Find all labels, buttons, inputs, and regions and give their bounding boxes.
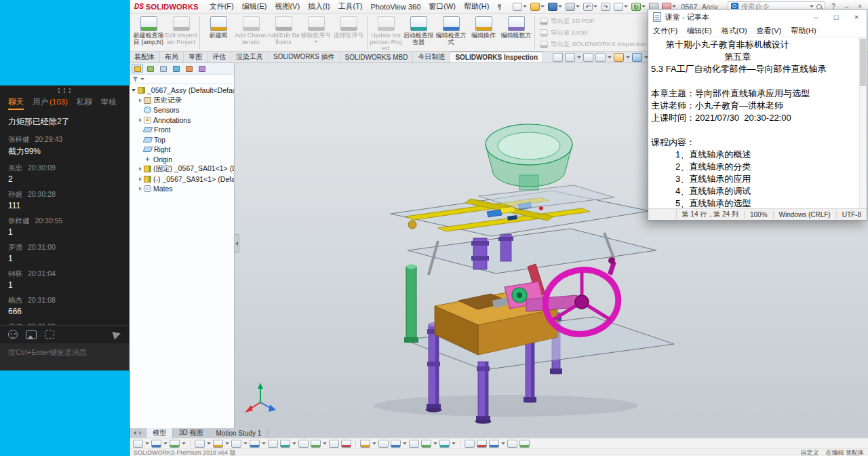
send-message-icon[interactable] — [112, 330, 121, 340]
tree-item-mates[interactable]: Mates — [130, 184, 234, 194]
linear-sketch-pattern-icon[interactable] — [421, 440, 431, 448]
point-icon[interactable] — [341, 440, 351, 448]
rapid-sketch-icon[interactable] — [507, 440, 517, 448]
display-style-icon[interactable] — [632, 53, 642, 62]
tree-item-sensors[interactable]: Sensors — [130, 105, 234, 115]
display-relations-icon[interactable] — [465, 440, 475, 448]
tab-sketch[interactable]: 草图 — [184, 52, 208, 62]
tab-3d-views[interactable]: 3D 视图 — [173, 428, 210, 438]
menu-insert[interactable]: 插入(I) — [304, 1, 334, 12]
tree-item-origin[interactable]: +Origin — [130, 155, 234, 165]
undo-icon[interactable]: ↶ — [583, 2, 598, 12]
zoom-area-icon[interactable] — [565, 53, 575, 62]
quick-snaps-icon[interactable] — [489, 440, 499, 448]
tab-evaluate[interactable]: 评估 — [208, 52, 231, 62]
tab-motion-study[interactable]: Motion Study 1 — [210, 428, 269, 438]
tree-item-subassembly-sa91[interactable]: (-) _0567_SA91<1> (Default<Defa — [130, 174, 234, 185]
tab-inspection[interactable]: SOLIDWORKS Inspection — [450, 52, 543, 62]
menu-file[interactable]: 文件(F) — [205, 1, 238, 12]
previous-view-icon[interactable] — [583, 53, 593, 62]
tab-model[interactable]: 模型 — [146, 428, 173, 438]
tab-addins[interactable]: SOLIDWORKS 插件 — [269, 52, 340, 62]
select-icon[interactable] — [613, 2, 629, 12]
convert-entities-icon[interactable] — [378, 440, 389, 448]
scroll-left-icon[interactable] — [134, 431, 136, 435]
repair-sketch-icon[interactable] — [477, 440, 487, 448]
save-icon[interactable] — [547, 2, 563, 12]
tree-item-top-plane[interactable]: Top — [130, 135, 234, 145]
move-entities-icon[interactable] — [439, 440, 450, 448]
tree-root-item[interactable]: _0567_Assy (Default<Default_Display — [130, 86, 234, 96]
menu-view[interactable]: 视图(V) — [271, 1, 304, 12]
inspection-manager-tab-icon[interactable] — [196, 64, 208, 73]
edit-template-button[interactable]: 编辑模数方 — [500, 15, 532, 39]
notepad-menu-view[interactable]: 查看(V) — [752, 26, 787, 36]
menu-help[interactable]: 帮助(H) — [460, 1, 493, 12]
tab-chat[interactable]: 聊天 — [8, 97, 24, 110]
arc-icon[interactable] — [250, 440, 260, 448]
tree-filter-bar[interactable] — [130, 75, 234, 84]
spline-icon[interactable] — [280, 440, 290, 448]
new-document-icon[interactable] — [512, 2, 528, 12]
open-icon[interactable] — [530, 2, 545, 12]
offset-entities-icon[interactable] — [391, 440, 401, 448]
circle-icon[interactable] — [231, 440, 241, 448]
notepad-title-bar[interactable]: 课堂 - 记事本 – □ × — [648, 10, 867, 24]
property-manager-tab-icon[interactable] — [144, 64, 156, 73]
tree-item-annotations[interactable]: AAnnotations — [130, 115, 234, 126]
instant2d-icon[interactable] — [519, 440, 530, 448]
chat-input-box[interactable]: 按Ctrl+Enter键发送消息 — [0, 343, 129, 370]
polygon-icon[interactable] — [268, 440, 278, 448]
line-icon[interactable] — [195, 440, 205, 448]
new-item-button[interactable]: 新建闻 — [202, 15, 235, 39]
rebuild-icon[interactable]: ↻ — [631, 2, 646, 12]
notepad-close-button[interactable]: × — [846, 10, 867, 24]
edit-operation-button[interactable]: 编辑操作 — [467, 15, 500, 39]
notepad-menu-help[interactable]: 帮助(H) — [786, 26, 821, 36]
search-dropdown-icon[interactable] — [810, 5, 814, 7]
notepad-minimize-button[interactable]: – — [806, 10, 826, 24]
notepad-text-area[interactable]: 第十期小丸子教育非标机械设计 第五章 5.3 FA工厂自动化零部件—导向部件直线… — [648, 37, 867, 208]
rectangle-icon[interactable] — [213, 440, 223, 448]
tab-assembly[interactable]: 装配体 — [130, 52, 160, 62]
sketch-icon[interactable] — [151, 440, 161, 448]
tab-layout[interactable]: 布局 — [160, 52, 184, 62]
redo-icon[interactable]: ↷ — [600, 2, 611, 12]
pin-toolbar-icon[interactable] — [496, 3, 502, 10]
scroll-right-icon[interactable] — [139, 431, 142, 435]
tree-item-front-plane[interactable]: Front — [130, 125, 234, 135]
drag-handle-icon[interactable] — [56, 88, 73, 93]
print-icon[interactable] — [565, 2, 580, 12]
tab-users[interactable]: 用户(103) — [33, 97, 68, 110]
edit-inspection-method-button[interactable]: 编辑检查方式 — [435, 15, 467, 45]
sketch-fillet-icon[interactable] — [311, 440, 321, 448]
ellipse-icon[interactable] — [298, 440, 309, 448]
tab-render-tools[interactable]: 渲染工具 — [231, 52, 269, 62]
view-orientation-icon[interactable] — [614, 53, 624, 62]
notepad-menu-edit[interactable]: 编辑(E) — [682, 26, 717, 36]
display-manager-tab-icon[interactable] — [183, 64, 195, 73]
new-inspection-project-button[interactable]: 新建检查项目 (amp;N) — [132, 15, 165, 45]
tree-item-history[interactable]: 历史记录 — [130, 96, 234, 106]
screenshot-icon[interactable] — [45, 330, 54, 339]
menu-photoview[interactable]: PhotoView 360 — [367, 3, 425, 11]
tree-item-right-plane[interactable]: Right — [130, 145, 234, 155]
tab-today-manufacture[interactable]: 今日制造 — [413, 52, 450, 62]
emoji-icon[interactable] — [8, 330, 18, 339]
trim-entities-icon[interactable] — [360, 440, 370, 448]
text-icon[interactable] — [329, 440, 339, 448]
image-upload-icon[interactable] — [26, 330, 37, 339]
mirror-entities-icon[interactable] — [409, 440, 419, 448]
tab-mbd[interactable]: SOLIDWORKS MBD — [340, 52, 414, 62]
dimxpert-manager-tab-icon[interactable] — [170, 64, 182, 73]
status-customize-link[interactable]: 自定义 — [800, 449, 818, 456]
launch-inspection-report-button[interactable]: 启动检查报告器 — [402, 15, 435, 45]
menu-tools[interactable]: 工具(T) — [334, 1, 366, 12]
tree-item-subassembly-sa01[interactable]: (固定) _0567_SA01<1> (Default<D — [130, 164, 234, 174]
notepad-scrollbar[interactable] — [859, 37, 867, 208]
notepad-menu-format[interactable]: 格式(O) — [717, 26, 752, 36]
tab-moderation[interactable]: 审核 — [101, 97, 117, 110]
zoom-fit-icon[interactable] — [553, 53, 563, 62]
feature-manager-tab-icon[interactable] — [132, 64, 143, 73]
section-view-icon[interactable] — [595, 53, 606, 62]
